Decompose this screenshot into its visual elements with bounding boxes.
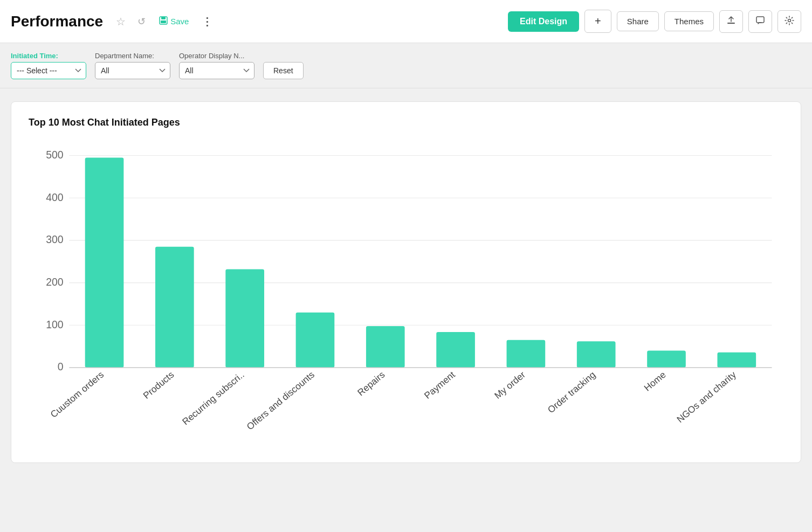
svg-rect-22 — [225, 269, 264, 368]
svg-rect-2 — [161, 20, 166, 23]
svg-text:0: 0 — [58, 361, 64, 372]
star-icon: ☆ — [116, 15, 126, 28]
svg-rect-24 — [296, 313, 335, 368]
svg-text:Order tracking: Order tracking — [546, 369, 597, 415]
add-button[interactable]: + — [584, 10, 611, 33]
comment-icon — [755, 16, 765, 27]
svg-rect-36 — [717, 353, 756, 368]
bar-chart: 0100200300400500Cuustom ordersProductsRe… — [29, 141, 783, 445]
settings-icon — [785, 16, 794, 27]
svg-rect-34 — [647, 351, 686, 368]
reset-button[interactable]: Reset — [263, 62, 304, 79]
chart-svg: 0100200300400500Cuustom ordersProductsRe… — [29, 141, 783, 443]
operator-display-label: Operator Display N... — [179, 52, 254, 60]
save-button[interactable]: Save — [154, 12, 193, 31]
svg-text:Home: Home — [642, 369, 668, 393]
svg-text:100: 100 — [46, 319, 64, 330]
operator-display-filter: Operator Display N... All — [179, 52, 254, 79]
svg-text:Recurring subscri..: Recurring subscri.. — [180, 369, 246, 427]
upload-icon — [726, 16, 736, 27]
svg-text:500: 500 — [46, 149, 64, 161]
more-options-button[interactable]: ⋮ — [198, 12, 216, 31]
refresh-icon: ↺ — [137, 16, 146, 27]
save-label: Save — [170, 17, 189, 26]
svg-rect-20 — [155, 247, 194, 368]
filter-bar: Initiated Time: --- Select --- Departmen… — [0, 43, 812, 88]
svg-rect-32 — [577, 341, 616, 368]
department-name-filter: Department Name: All — [95, 52, 170, 79]
edit-design-button[interactable]: Edit Design — [508, 11, 579, 32]
svg-point-5 — [788, 19, 791, 22]
save-icon — [159, 16, 168, 27]
chart-title: Top 10 Most Chat Initiated Pages — [29, 117, 783, 128]
header: Performance ☆ ↺ Save ⋮ Edit Design + Sha… — [0, 0, 812, 43]
initiated-time-label: Initiated Time: — [11, 52, 86, 60]
main-content: Top 10 Most Chat Initiated Pages 0100200… — [0, 88, 812, 476]
initiated-time-select[interactable]: --- Select --- — [11, 62, 86, 79]
initiated-time-filter: Initiated Time: --- Select --- — [11, 52, 86, 79]
svg-rect-30 — [507, 340, 546, 368]
svg-rect-28 — [436, 332, 475, 368]
svg-text:200: 200 — [46, 276, 64, 288]
themes-label: Themes — [675, 17, 704, 26]
upload-button[interactable] — [719, 10, 743, 33]
svg-text:Payment: Payment — [422, 369, 457, 401]
svg-rect-18 — [85, 157, 124, 368]
svg-text:300: 300 — [46, 233, 64, 245]
page-title: Performance — [11, 13, 103, 30]
svg-text:My order: My order — [492, 369, 527, 401]
svg-text:Repairs: Repairs — [355, 369, 387, 398]
svg-text:400: 400 — [46, 191, 64, 203]
svg-text:Offers and discounts: Offers and discounts — [244, 369, 316, 432]
more-icon: ⋮ — [202, 15, 212, 28]
department-name-label: Department Name: — [95, 52, 170, 60]
add-icon: + — [595, 15, 601, 27]
themes-button[interactable]: Themes — [664, 11, 714, 31]
svg-rect-3 — [727, 23, 735, 24]
settings-button[interactable] — [777, 10, 801, 33]
star-button[interactable]: ☆ — [113, 12, 129, 31]
svg-text:Cuustom orders: Cuustom orders — [48, 369, 106, 420]
svg-rect-26 — [366, 326, 405, 368]
department-name-select[interactable]: All — [95, 62, 170, 79]
comment-button[interactable] — [748, 10, 772, 33]
svg-rect-1 — [161, 17, 166, 19]
chart-card: Top 10 Most Chat Initiated Pages 0100200… — [11, 101, 801, 463]
svg-text:Products: Products — [141, 369, 176, 401]
share-button[interactable]: Share — [617, 11, 659, 31]
refresh-button[interactable]: ↺ — [134, 12, 149, 31]
operator-display-select[interactable]: All — [179, 62, 254, 79]
share-label: Share — [627, 17, 649, 26]
svg-text:NGOs and charity: NGOs and charity — [675, 369, 738, 425]
svg-rect-4 — [756, 17, 764, 23]
